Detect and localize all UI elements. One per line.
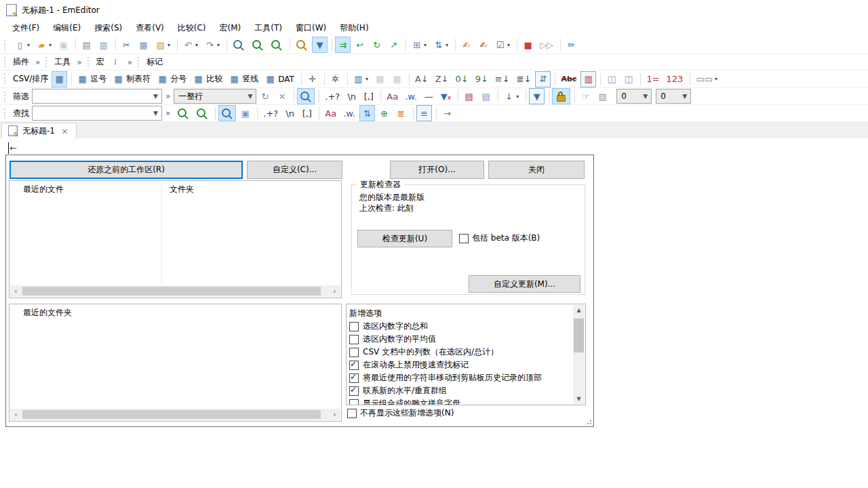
print-preview-icon[interactable]: ▥ (96, 37, 111, 53)
tab-untitled-1[interactable]: 无标题-1 × (1, 123, 77, 138)
new-option-row[interactable]: 选区内数字的总和 (349, 320, 570, 333)
toolbar-grip[interactable] (4, 57, 8, 67)
search-updown-icon[interactable]: ⇅ (359, 105, 375, 121)
lock-icon[interactable] (552, 88, 570, 104)
find-next-icon[interactable] (193, 105, 211, 121)
number-range-icon[interactable]: [,] (361, 88, 376, 104)
new-option-row[interactable]: 显示组合成的雕文拼音字母 (349, 397, 570, 405)
menu-item[interactable]: 窗口(W) (289, 20, 333, 36)
menu-item[interactable]: 文件(F) (5, 20, 46, 36)
macro-list-icon[interactable]: ☑ (492, 37, 513, 53)
stop-icon[interactable]: ■ (520, 37, 536, 53)
pin-icon[interactable]: ✏ (564, 37, 579, 53)
scrollbar-thumb[interactable] (22, 410, 321, 419)
run-to-cursor-icon[interactable]: ▷▷ (537, 37, 556, 53)
filter-count-select-1[interactable]: 0 ▼ (616, 89, 652, 104)
tab-close-icon[interactable]: × (60, 126, 70, 136)
horizontal-scrollbar[interactable]: ‹ › (10, 285, 340, 297)
move-column-icon[interactable]: ✛ (304, 71, 320, 87)
find-combobox[interactable]: ▼ (32, 106, 162, 121)
checkbox-icon[interactable] (349, 399, 359, 405)
batch-find-icon[interactable]: ≣ (393, 105, 409, 121)
sort-az-icon[interactable]: A↓ (412, 71, 431, 87)
csv-tab-icon[interactable]: ▦制表符 (111, 71, 153, 87)
open-file-icon[interactable]: ▰ (34, 37, 54, 53)
macro-mini-icon[interactable]: I (108, 54, 123, 70)
checkbox-icon[interactable] (349, 386, 359, 396)
cut-icon[interactable]: ✂ (119, 37, 134, 53)
checkbox-icon[interactable] (347, 409, 357, 418)
find-all-docs-icon[interactable]: ⊕ (376, 105, 392, 121)
chevron-down-icon[interactable]: ▼ (150, 110, 161, 117)
digit-headings-icon[interactable]: 123 (664, 71, 686, 87)
redo-icon[interactable]: ↷ (202, 37, 222, 53)
scrollbar-thumb[interactable] (574, 319, 584, 352)
checkbox-icon[interactable] (349, 348, 359, 357)
filter-overflow-button[interactable]: » (162, 92, 174, 101)
convert-icon[interactable]: ✲ (328, 71, 343, 87)
sort-num-desc-icon[interactable]: 9↓ (473, 71, 491, 87)
escape-seq-icon[interactable]: \n (344, 88, 359, 104)
negative-filter-icon[interactable]: — (421, 88, 437, 104)
first-row-headings-icon[interactable]: 1= (644, 71, 662, 87)
results-panel-icon[interactable]: ≡ (416, 105, 432, 121)
unpivot-icon[interactable]: ◫ (620, 71, 636, 87)
recent-folders-list[interactable]: 最近的文件夹 ‹ › (9, 304, 342, 422)
clear-filter-icon[interactable]: ✕ (274, 88, 290, 104)
macros-overflow-button[interactable]: » (124, 58, 136, 67)
checkbox-icon[interactable] (349, 373, 359, 383)
new-option-row[interactable]: CSV 文档中的列数（在选区内/总计） (349, 346, 570, 359)
insert-column-icon[interactable]: ▦ (372, 71, 388, 87)
extract-lines-icon[interactable]: ▤ (478, 88, 494, 104)
chevron-down-icon[interactable]: ▼ (150, 93, 161, 100)
close-button[interactable]: 关闭 (488, 161, 585, 179)
new-file-icon[interactable]: ▯ (12, 37, 33, 53)
bookmark-lines-icon[interactable]: ▤ (461, 88, 477, 104)
customize-updates-button[interactable]: 自定义更新(M)... (469, 275, 580, 293)
scroll-down-icon[interactable]: ▼ (573, 394, 585, 404)
menu-item[interactable]: 帮助(H) (333, 20, 375, 36)
copy-results-icon[interactable]: ▣ (237, 105, 253, 121)
scroll-right-icon[interactable]: › (329, 285, 340, 297)
resize-grip[interactable] (585, 418, 592, 425)
menu-item[interactable]: 比较(C) (171, 20, 213, 36)
scroll-up-icon[interactable]: ▲ (573, 305, 585, 315)
toolbar-grip[interactable] (4, 108, 8, 119)
histogram-icon[interactable]: ▥ (580, 71, 596, 87)
find-next-icon[interactable] (249, 37, 267, 53)
filter-icon[interactable]: ▼ (312, 37, 328, 53)
menu-item[interactable]: 搜索(S) (87, 20, 129, 36)
wrap-return-icon[interactable]: ↩ (352, 37, 368, 53)
scroll-left-icon[interactable]: ‹ (10, 285, 22, 297)
csv-semicolon-icon[interactable]: ▦分号 (155, 71, 189, 87)
filter-combobox[interactable]: ▼ (32, 89, 162, 104)
toolbar-grip[interactable] (4, 40, 8, 50)
wrap-right-icon[interactable]: ⇉ (335, 37, 351, 53)
filter-count-select-2[interactable]: 0 ▼ (656, 89, 691, 104)
delete-duplicates-icon[interactable]: Abc (558, 71, 579, 87)
scrollbar-thumb[interactable] (22, 287, 321, 296)
plugins-overflow-button[interactable]: » (32, 58, 43, 67)
new-options-listbox[interactable]: 新增选项 选区内数字的总和 选区内数字的平均值 CSV 文档中的列数（在选区内/… (346, 304, 586, 405)
tools-overflow-button[interactable]: » (73, 58, 85, 67)
dont-show-again-checkbox[interactable]: 不再显示这些新增选项(N) (347, 407, 454, 419)
undo-icon[interactable]: ↶ (180, 37, 201, 53)
checkbox-icon[interactable] (459, 234, 469, 243)
new-option-row[interactable]: 选区内数字的平均值 (349, 333, 570, 346)
vertical-scrollbar[interactable]: ▲ ▼ (573, 305, 585, 404)
check-updates-button[interactable]: 检查更新(U) (357, 230, 452, 247)
csv-pipe-icon[interactable]: ▦竖线 (226, 71, 261, 87)
number-range-icon[interactable]: [,] (299, 105, 315, 121)
find-prev-icon[interactable] (268, 37, 285, 53)
toolbar-grip[interactable] (87, 57, 92, 67)
match-case-icon[interactable]: Aa (384, 88, 401, 104)
customize-button[interactable]: 自定义(C)... (247, 161, 342, 179)
copy-icon[interactable]: ▦ (136, 37, 151, 53)
regex-icon[interactable]: .+? (260, 105, 281, 121)
menu-item[interactable]: 宏(M) (213, 20, 248, 36)
delete-column-icon[interactable]: ▦ (389, 71, 405, 87)
menu-item[interactable]: 编辑(E) (46, 20, 87, 36)
wrap-refresh-icon[interactable]: ↻ (369, 37, 384, 53)
scroll-right-icon[interactable]: › (329, 409, 340, 420)
filter-toolbar-icon[interactable]: ▼ (529, 88, 545, 104)
